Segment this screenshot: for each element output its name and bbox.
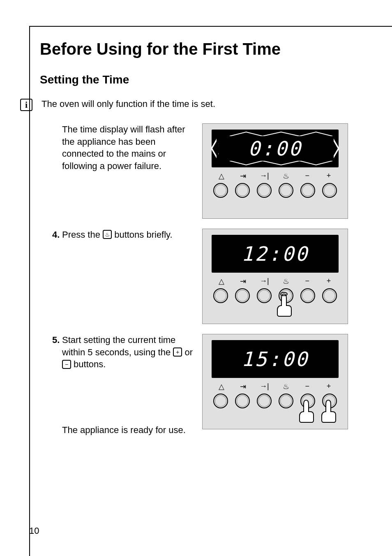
step-5: 5. Start setting the current time within…: [40, 334, 194, 371]
step-4: 4. Press the ♨ buttons briefly.: [40, 229, 194, 241]
bell-button[interactable]: [213, 288, 228, 303]
icon-row-2: △ ⇥ →| ♨ − +: [212, 277, 339, 286]
step-5-text: Start setting the current time within 5 …: [62, 334, 194, 371]
icon-row-1: △ ⇥ →| ♨ − +: [212, 171, 339, 181]
flash-zigzag-bottom: [230, 161, 332, 166]
button-row-1: [212, 183, 339, 198]
step-4-number: 4.: [52, 229, 62, 241]
step-5-pre: Start setting the current time within 5 …: [62, 335, 175, 357]
plus-icon: +: [321, 382, 337, 391]
step-5-number: 5.: [52, 334, 62, 371]
plus-button[interactable]: [322, 183, 337, 198]
cook-time-button[interactable]: [235, 183, 250, 198]
minus-button[interactable]: [300, 183, 315, 198]
display-screen-1: A U T O 0:00: [212, 130, 339, 167]
page-number: 10: [29, 526, 39, 536]
end-time-icon: →|: [256, 382, 272, 391]
step-4-post: buttons briefly.: [112, 229, 173, 240]
step-4-text: Press the ♨ buttons briefly.: [62, 229, 173, 241]
end-time-button[interactable]: [257, 183, 272, 198]
ready-text: The appliance is ready for use.: [40, 424, 194, 436]
bell-icon: △: [213, 171, 230, 181]
plus-icon: +: [321, 277, 337, 286]
end-time-icon: →|: [256, 171, 272, 181]
end-time-button[interactable]: [257, 394, 272, 408]
clock-icon: ♨: [278, 382, 294, 391]
clock-inline-icon: ♨: [103, 230, 112, 239]
paragraph-flash: The time display will flash after the ap…: [40, 123, 194, 172]
page-title: Before Using for the First Time: [40, 40, 392, 58]
plus-button[interactable]: [322, 288, 337, 303]
plus-inline-icon: +: [173, 348, 182, 357]
icon-row-3: △ ⇥ →| ♨ − +: [212, 382, 339, 391]
minus-button[interactable]: [300, 394, 315, 408]
clock-icon: ♨: [278, 171, 294, 181]
display-time-1: 0:00: [248, 137, 302, 160]
minus-inline-icon: −: [62, 360, 71, 369]
oven-display-1: A U T O 0:00 △ ⇥ →| ♨ −: [202, 123, 348, 219]
cook-time-icon: ⇥: [235, 171, 251, 181]
button-row-3: [212, 394, 339, 408]
button-row-2: [212, 288, 339, 303]
clock-icon: ♨: [278, 277, 294, 286]
plus-icon: +: [321, 171, 337, 181]
minus-icon: −: [299, 382, 316, 391]
clock-button[interactable]: [279, 394, 293, 408]
display-screen-2: 12:00: [212, 235, 339, 273]
bell-button[interactable]: [213, 394, 228, 408]
flash-arrow-right: [334, 139, 339, 158]
bell-button[interactable]: [213, 183, 228, 198]
cook-time-icon: ⇥: [235, 277, 251, 286]
end-time-button[interactable]: [257, 288, 272, 303]
info-note-text: The oven will only function if the time …: [42, 98, 215, 110]
minus-button[interactable]: [300, 288, 315, 303]
minus-icon: −: [299, 171, 316, 181]
bell-icon: △: [213, 382, 230, 391]
flash-zigzag-top: [230, 131, 332, 136]
step-4-pre: Press the: [62, 229, 103, 240]
clock-button[interactable]: [279, 288, 293, 303]
minus-icon: −: [299, 277, 316, 286]
step-5-post: buttons.: [71, 359, 106, 369]
bell-icon: △: [213, 277, 230, 286]
cook-time-button[interactable]: [235, 394, 250, 408]
cook-time-button[interactable]: [235, 288, 250, 303]
oven-display-3: 15:00 △ ⇥ →| ♨ − +: [202, 334, 348, 429]
oven-display-2: 12:00 △ ⇥ →| ♨ − +: [202, 229, 348, 324]
info-icon: i: [20, 99, 32, 111]
display-screen-3: 15:00: [212, 340, 339, 378]
display-time-3: 15:00: [241, 348, 309, 371]
plus-button[interactable]: [322, 394, 337, 408]
flash-arrow-left: [211, 139, 217, 158]
step-5-mid: or: [182, 347, 193, 357]
section-subtitle: Setting the Time: [40, 73, 392, 86]
clock-button[interactable]: [279, 183, 293, 198]
display-time-2: 12:00: [241, 242, 309, 265]
cook-time-icon: ⇥: [235, 382, 251, 391]
end-time-icon: →|: [256, 277, 272, 286]
